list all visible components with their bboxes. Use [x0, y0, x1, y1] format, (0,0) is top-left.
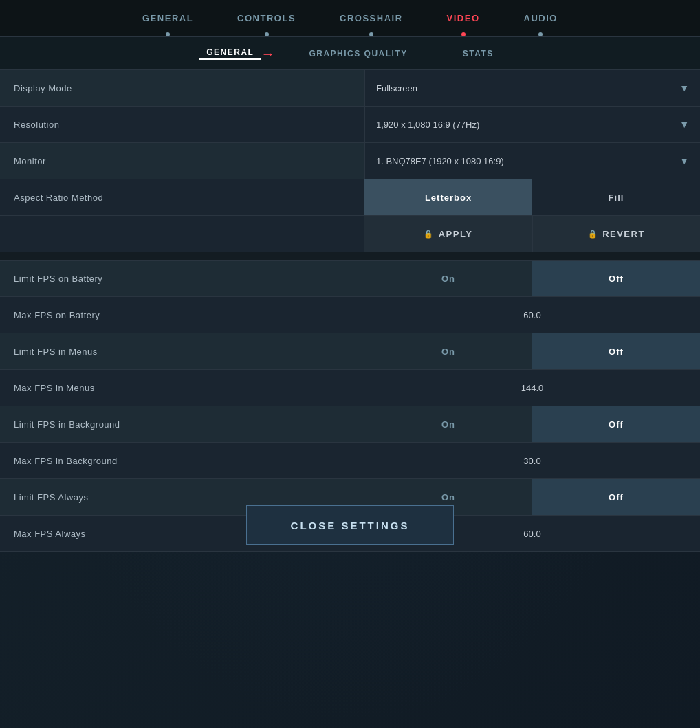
chevron-down-icon: ▼	[679, 82, 689, 93]
max-fps-battery-value: 60.0	[364, 297, 700, 333]
max-fps-battery-label: Max FPS on Battery	[0, 300, 364, 330]
max-fps-background-label: Max FPS in Background	[0, 446, 364, 476]
action-row: 🔒 APPLY 🔒 REVERT	[0, 216, 700, 252]
letterbox-button[interactable]: Letterbox	[364, 179, 532, 215]
arrow-indicator: →	[261, 45, 274, 61]
limit-fps-background-label: Limit FPS in Background	[0, 410, 364, 439]
aspect-ratio-label: Aspect Ratio Method	[0, 183, 364, 212]
limit-fps-background-row: Limit FPS in Background On Off	[0, 406, 700, 443]
resolution-control: 1,920 x 1,080 16:9 (77Hz) ▼	[364, 107, 700, 142]
resolution-dropdown[interactable]: 1,920 x 1,080 16:9 (77Hz) ▼	[364, 107, 700, 142]
tab-controls[interactable]: CONTROLS	[215, 0, 318, 36]
aspect-ratio-toggle-group: Letterbox Fill	[364, 179, 700, 215]
tab-video[interactable]: VIDEO	[425, 0, 502, 36]
fps-menus-off-button[interactable]: Off	[532, 333, 700, 369]
fps-menus-on-button[interactable]: On	[364, 333, 532, 369]
subtab-general[interactable]: GENERAL	[199, 47, 261, 60]
limit-fps-battery-toggle: On Off	[364, 261, 700, 296]
close-settings-container: CLOSE SETTINGS	[0, 498, 700, 552]
sub-navigation: GENERAL → GRAPHICS QUALITY STATS	[0, 37, 700, 70]
monitor-label: Monitor	[0, 146, 364, 176]
max-fps-battery-control: 60.0	[364, 297, 700, 333]
chevron-down-icon: ▼	[679, 155, 689, 166]
limit-fps-menus-label: Limit FPS in Menus	[0, 337, 364, 366]
subtab-stats[interactable]: STATS	[456, 49, 501, 58]
section-separator	[0, 252, 700, 261]
settings-content: Display Mode Fullscreen ▼ Resolution 1,9…	[0, 70, 700, 552]
top-navigation: GENERAL CONTROLS CROSSHAIR VIDEO AUDIO	[0, 0, 700, 37]
limit-fps-menus-control: On Off	[364, 333, 700, 369]
aspect-ratio-row: Aspect Ratio Method Letterbox Fill	[0, 179, 700, 216]
limit-fps-battery-control: On Off	[364, 261, 700, 296]
resolution-label: Resolution	[0, 110, 364, 140]
max-fps-menus-value: 144.0	[364, 370, 700, 406]
max-fps-background-control: 30.0	[364, 443, 700, 478]
max-fps-menus-row: Max FPS in Menus 144.0	[0, 370, 700, 406]
apply-button[interactable]: 🔒 APPLY	[364, 216, 533, 252]
resolution-row: Resolution 1,920 x 1,080 16:9 (77Hz) ▼	[0, 107, 700, 143]
fps-battery-on-button[interactable]: On	[364, 261, 532, 296]
lock-icon: 🔒	[424, 230, 435, 239]
display-mode-control: Fullscreen ▼	[364, 70, 700, 106]
limit-fps-battery-label: Limit FPS on Battery	[0, 264, 364, 294]
max-fps-menus-label: Max FPS in Menus	[0, 373, 364, 403]
fill-button[interactable]: Fill	[532, 179, 700, 215]
monitor-control: 1. BNQ78E7 (1920 x 1080 16:9) ▼	[364, 143, 700, 179]
max-fps-menus-control: 144.0	[364, 370, 700, 406]
subtab-graphics-quality[interactable]: GRAPHICS QUALITY	[302, 49, 414, 58]
limit-fps-menus-toggle: On Off	[364, 333, 700, 369]
max-fps-background-value: 30.0	[364, 443, 700, 478]
limit-fps-background-control: On Off	[364, 406, 700, 442]
fps-background-off-button[interactable]: Off	[532, 406, 700, 442]
max-fps-background-row: Max FPS in Background 30.0	[0, 443, 700, 479]
lock-icon: 🔒	[588, 230, 599, 239]
tab-general[interactable]: GENERAL	[120, 0, 215, 36]
max-fps-battery-row: Max FPS on Battery 60.0	[0, 297, 700, 333]
display-mode-row: Display Mode Fullscreen ▼	[0, 70, 700, 107]
revert-button[interactable]: 🔒 REVERT	[533, 216, 701, 252]
limit-fps-menus-row: Limit FPS in Menus On Off	[0, 333, 700, 370]
limit-fps-background-toggle: On Off	[364, 406, 700, 442]
tab-audio[interactable]: AUDIO	[502, 0, 580, 36]
monitor-row: Monitor 1. BNQ78E7 (1920 x 1080 16:9) ▼	[0, 143, 700, 179]
fps-battery-off-button[interactable]: Off	[532, 261, 700, 296]
limit-fps-battery-row: Limit FPS on Battery On Off	[0, 261, 700, 297]
aspect-ratio-control: Letterbox Fill	[364, 179, 700, 215]
fps-background-on-button[interactable]: On	[364, 406, 532, 442]
display-mode-label: Display Mode	[0, 74, 364, 103]
tab-crosshair[interactable]: CROSSHAIR	[318, 0, 425, 36]
chevron-down-icon: ▼	[679, 119, 689, 130]
monitor-dropdown[interactable]: 1. BNQ78E7 (1920 x 1080 16:9) ▼	[364, 143, 700, 179]
display-mode-dropdown[interactable]: Fullscreen ▼	[364, 70, 700, 106]
close-settings-button[interactable]: CLOSE SETTINGS	[246, 505, 454, 545]
